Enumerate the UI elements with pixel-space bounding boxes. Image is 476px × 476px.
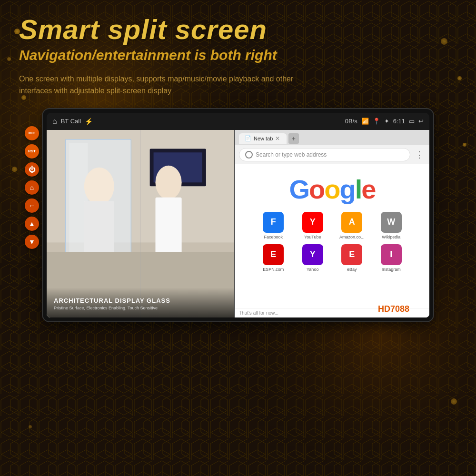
yahoo-icon: Y (302, 244, 323, 265)
youtube-icon: Y (302, 212, 323, 233)
instagram-label: Instagram (382, 267, 401, 272)
new-tab-button[interactable]: + (288, 133, 299, 144)
video-title: ARCHITECTURAL DISPLAY GLASS (54, 297, 227, 304)
amazon-icon: A (341, 212, 362, 233)
search-placeholder: Search or type web address (256, 151, 404, 158)
bluetooth-icon: ✦ (384, 118, 389, 125)
page-content: Smart split screen Navigation/entertainm… (0, 0, 476, 321)
vol-up-button[interactable]: ▲ (25, 217, 39, 231)
youtube-label: YouTube (304, 235, 321, 239)
vol-down-button[interactable]: ▼ (25, 235, 39, 249)
espn-icon: E (263, 244, 284, 265)
search-bar[interactable]: Search or type web address (239, 148, 410, 161)
main-title: Smart split screen (19, 14, 457, 45)
tab-page-icon: 📄 (245, 135, 251, 141)
browser-tab-bar: 📄 New tab ✕ + (235, 130, 429, 145)
window-icon: ▭ (409, 118, 415, 125)
signal-info: 0B/s (345, 118, 357, 125)
left-panel-video: ARCHITECTURAL DISPLAY GLASS Pristine Sur… (47, 130, 234, 317)
home-side-button[interactable]: ⌂ (25, 180, 39, 195)
rst-button[interactable]: RST (25, 144, 39, 159)
quick-link-ebay[interactable]: E eBay (335, 244, 369, 272)
browser-nav-bar: Search or type web address ⋮ (235, 145, 429, 164)
description: One screen with multiple displays, suppo… (19, 73, 305, 97)
google-l: l (355, 174, 362, 204)
amazon-label: Amazon.co... (339, 235, 365, 239)
google-logo: Google (289, 174, 376, 205)
ebay-icon: E (341, 244, 362, 265)
split-screen: ARCHITECTURAL DISPLAY GLASS Pristine Sur… (47, 130, 429, 317)
quick-link-youtube[interactable]: Y YouTube (295, 212, 330, 239)
tab-label: New tab (254, 136, 273, 141)
right-panel-browser: 📄 New tab ✕ + Search or type web address (234, 130, 429, 317)
device-outer: MIC RST ⏻ ⌂ ← ▲ ▼ ⌂ BT Call ⚡ (43, 109, 433, 321)
side-buttons: MIC RST ⏻ ⌂ ← ▲ ▼ (25, 126, 39, 249)
back-side-button[interactable]: ← (25, 198, 39, 213)
yahoo-label: Yahoo (307, 267, 318, 272)
browser-menu-button[interactable]: ⋮ (413, 149, 426, 160)
status-left: ⌂ BT Call ⚡ (52, 117, 93, 126)
quick-links-grid: F Facebook Y YouTube A Amazon.co... (256, 212, 408, 272)
tab-close-button[interactable]: ✕ (275, 135, 280, 142)
back-icon: ↩ (418, 118, 424, 125)
video-subtitle: Pristine Surface, Electronics Enabling, … (54, 306, 227, 310)
svg-point-16 (155, 166, 181, 199)
gps-icon: 📍 (373, 118, 380, 125)
google-o2: o (324, 174, 339, 204)
time-display: 6:11 (393, 118, 405, 125)
model-number: HD7088 (378, 304, 409, 314)
sub-title: Navigation/entertainment is both right (19, 47, 457, 63)
svg-point-13 (84, 168, 114, 205)
status-right: 0B/s 📶 📍 ✦ 6:11 ▭ ↩ (345, 118, 424, 125)
google-e: e (361, 174, 375, 204)
quick-link-wikipedia[interactable]: W Wikipedia (374, 212, 408, 239)
google-g: G (289, 174, 309, 204)
instagram-icon: I (381, 244, 402, 265)
ebay-label: eBay (347, 267, 357, 272)
bottom-text: That's all for now... (239, 310, 278, 316)
quick-link-facebook[interactable]: F Facebook (256, 212, 291, 239)
search-icon (245, 151, 253, 159)
quick-link-amazon[interactable]: A Amazon.co... (335, 212, 369, 239)
quick-link-espn[interactable]: E ESPN.com (256, 244, 291, 272)
video-overlay: ARCHITECTURAL DISPLAY GLASS Pristine Sur… (47, 288, 234, 317)
facebook-icon: F (263, 212, 284, 233)
quick-link-yahoo[interactable]: Y Yahoo (295, 244, 330, 272)
power-button[interactable]: ⏻ (25, 162, 39, 177)
google-o1: o (309, 174, 324, 204)
mic-button[interactable]: MIC (25, 126, 39, 140)
status-bar: ⌂ BT Call ⚡ 0B/s 📶 📍 ✦ 6:11 ▭ ↩ (47, 113, 429, 130)
mic-label: MIC (29, 131, 36, 135)
wikipedia-icon: W (381, 212, 402, 233)
usb-icon: ⚡ (85, 118, 93, 125)
browser-content: Google F Facebook Y YouTube (235, 164, 429, 308)
wikipedia-label: Wikipedia (382, 235, 400, 239)
rst-label: RST (28, 149, 36, 153)
device-screen: ⌂ BT Call ⚡ 0B/s 📶 📍 ✦ 6:11 ▭ ↩ (47, 113, 429, 317)
video-scene: ARCHITECTURAL DISPLAY GLASS Pristine Sur… (47, 130, 234, 317)
google-g2: g (340, 174, 355, 204)
espn-label: ESPN.com (263, 267, 284, 272)
home-icon: ⌂ (52, 117, 57, 126)
new-tab[interactable]: 📄 New tab ✕ (239, 133, 287, 144)
svg-rect-17 (155, 198, 181, 259)
quick-link-instagram[interactable]: I Instagram (374, 244, 408, 272)
signal-icon: 📶 (361, 118, 369, 125)
facebook-label: Facebook (264, 235, 283, 239)
bt-call-text: BT Call (61, 118, 81, 125)
device-wrapper: MIC RST ⏻ ⌂ ← ▲ ▼ ⌂ BT Call ⚡ (43, 109, 433, 321)
